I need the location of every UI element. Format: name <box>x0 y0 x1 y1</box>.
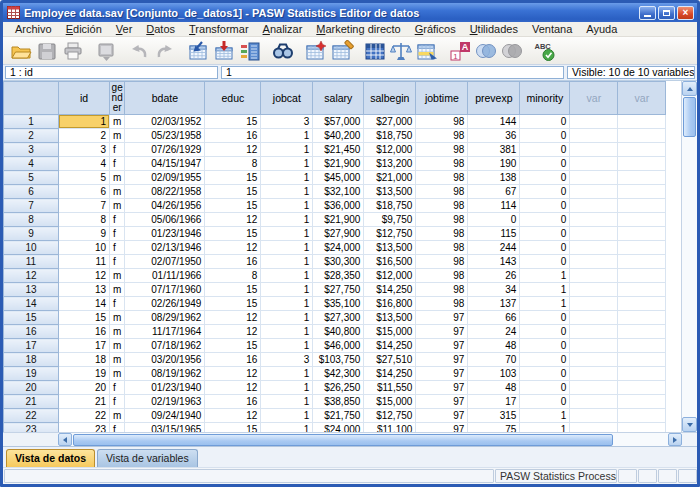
menu-datos[interactable]: Datos <box>139 23 182 35</box>
cell-minority[interactable]: 0 <box>520 241 570 255</box>
cell-salbegin[interactable]: $15,000 <box>364 325 416 339</box>
menu-ver[interactable]: Ver <box>109 23 140 35</box>
row-header[interactable]: 19 <box>4 367 59 381</box>
cell-jobcat[interactable]: 1 <box>261 241 313 255</box>
cell-prevexp[interactable]: 144 <box>468 115 520 129</box>
cell-jobtime[interactable]: 98 <box>416 283 468 297</box>
menu-edici-n[interactable]: Edición <box>59 23 109 35</box>
cell-gender[interactable]: m <box>110 171 125 185</box>
cell-jobcat[interactable]: 1 <box>261 129 313 143</box>
weight-cases-icon[interactable] <box>388 39 414 62</box>
cell-var1[interactable] <box>570 143 618 157</box>
cell-minority[interactable]: 0 <box>520 339 570 353</box>
cell-bdate[interactable]: 03/20/1956 <box>125 353 205 367</box>
cell-var1[interactable] <box>570 339 618 353</box>
cell-bdate[interactable]: 05/06/1966 <box>125 213 205 227</box>
row-header[interactable]: 13 <box>4 283 59 297</box>
cell-jobtime[interactable]: 98 <box>416 129 468 143</box>
scroll-down-button[interactable] <box>682 417 697 432</box>
cell-id[interactable]: 12 <box>59 269 110 283</box>
cell-educ[interactable]: 15 <box>205 423 261 433</box>
cell-id[interactable]: 20 <box>59 381 110 395</box>
cell-salbegin[interactable]: $27,510 <box>364 353 416 367</box>
column-header-var2[interactable]: var <box>618 82 666 115</box>
cell-salary[interactable]: $24,000 <box>313 423 364 433</box>
open-data-icon[interactable] <box>8 39 34 62</box>
cell-jobcat[interactable]: 1 <box>261 283 313 297</box>
cell-var1[interactable] <box>570 171 618 185</box>
cell-educ[interactable]: 12 <box>205 409 261 423</box>
cell-jobcat[interactable]: 1 <box>261 409 313 423</box>
horizontal-scrollbar[interactable] <box>3 432 697 446</box>
cell-salary[interactable]: $27,900 <box>313 227 364 241</box>
cell-id[interactable]: 13 <box>59 283 110 297</box>
cell-bdate[interactable]: 07/26/1929 <box>125 143 205 157</box>
cell-prevexp[interactable]: 115 <box>468 227 520 241</box>
cell-salbegin[interactable]: $12,750 <box>364 227 416 241</box>
cell-gender[interactable]: m <box>110 115 125 129</box>
cell-jobcat[interactable]: 1 <box>261 171 313 185</box>
cell-gender[interactable]: f <box>110 227 125 241</box>
cell-var2[interactable] <box>618 409 666 423</box>
cell-gender[interactable]: m <box>110 185 125 199</box>
row-header[interactable]: 6 <box>4 185 59 199</box>
cell-var1[interactable] <box>570 297 618 311</box>
cell-gender[interactable]: f <box>110 423 125 433</box>
cell-id[interactable]: 17 <box>59 339 110 353</box>
cell-prevexp[interactable]: 70 <box>468 353 520 367</box>
value-labels-icon[interactable]: 1A <box>447 39 473 62</box>
cell-id[interactable]: 23 <box>59 423 110 433</box>
cell-gender[interactable]: f <box>110 255 125 269</box>
row-header[interactable]: 12 <box>4 269 59 283</box>
cell-id[interactable]: 14 <box>59 297 110 311</box>
grid-corner-cell[interactable] <box>4 82 59 115</box>
cell-salary[interactable]: $24,000 <box>313 241 364 255</box>
insert-variable-icon[interactable] <box>329 39 355 62</box>
cell-minority[interactable]: 1 <box>520 283 570 297</box>
cell-var1[interactable] <box>570 157 618 171</box>
row-header[interactable]: 7 <box>4 199 59 213</box>
row-header[interactable]: 1 <box>4 115 59 129</box>
cell-educ[interactable]: 12 <box>205 311 261 325</box>
cell-salbegin[interactable]: $16,800 <box>364 297 416 311</box>
cell-jobcat[interactable]: 1 <box>261 297 313 311</box>
cell-id[interactable]: 21 <box>59 395 110 409</box>
cell-salary[interactable]: $27,750 <box>313 283 364 297</box>
cell-jobtime[interactable]: 98 <box>416 227 468 241</box>
tab-vista-de-variables[interactable]: Vista de variables <box>97 449 198 467</box>
title-bar[interactable]: Employee data.sav [Conjunto_de_datos1] -… <box>3 3 697 22</box>
cell-gender[interactable]: m <box>110 283 125 297</box>
cell-jobtime[interactable]: 98 <box>416 143 468 157</box>
cell-minority[interactable]: 0 <box>520 199 570 213</box>
cell-salbegin[interactable]: $11,100 <box>364 423 416 433</box>
cell-bdate[interactable]: 02/03/1952 <box>125 115 205 129</box>
minimize-button[interactable] <box>639 6 656 20</box>
row-header[interactable]: 2 <box>4 129 59 143</box>
cell-bdate[interactable]: 03/15/1965 <box>125 423 205 433</box>
cell-jobcat[interactable]: 1 <box>261 339 313 353</box>
cell-educ[interactable]: 16 <box>205 255 261 269</box>
row-header[interactable]: 14 <box>4 297 59 311</box>
cell-gender[interactable]: m <box>110 409 125 423</box>
cell-salbegin[interactable]: $16,500 <box>364 255 416 269</box>
cell-jobcat[interactable]: 1 <box>261 311 313 325</box>
cell-salary[interactable]: $46,000 <box>313 339 364 353</box>
cell-var1[interactable] <box>570 353 618 367</box>
cell-var1[interactable] <box>570 423 618 433</box>
cell-minority[interactable]: 1 <box>520 269 570 283</box>
cell-gender[interactable]: m <box>110 269 125 283</box>
cell-var2[interactable] <box>618 367 666 381</box>
cell-bdate[interactable]: 01/23/1940 <box>125 381 205 395</box>
cell-var2[interactable] <box>618 311 666 325</box>
cell-var2[interactable] <box>618 143 666 157</box>
cell-salary[interactable]: $32,100 <box>313 185 364 199</box>
cell-jobtime[interactable]: 98 <box>416 171 468 185</box>
cell-minority[interactable]: 0 <box>520 381 570 395</box>
cell-prevexp[interactable]: 75 <box>468 423 520 433</box>
cell-salary[interactable]: $26,250 <box>313 381 364 395</box>
cell-salbegin[interactable]: $13,500 <box>364 241 416 255</box>
cell-minority[interactable]: 0 <box>520 115 570 129</box>
cell-minority[interactable]: 1 <box>520 423 570 433</box>
cell-educ[interactable]: 8 <box>205 157 261 171</box>
cell-salary[interactable]: $45,000 <box>313 171 364 185</box>
